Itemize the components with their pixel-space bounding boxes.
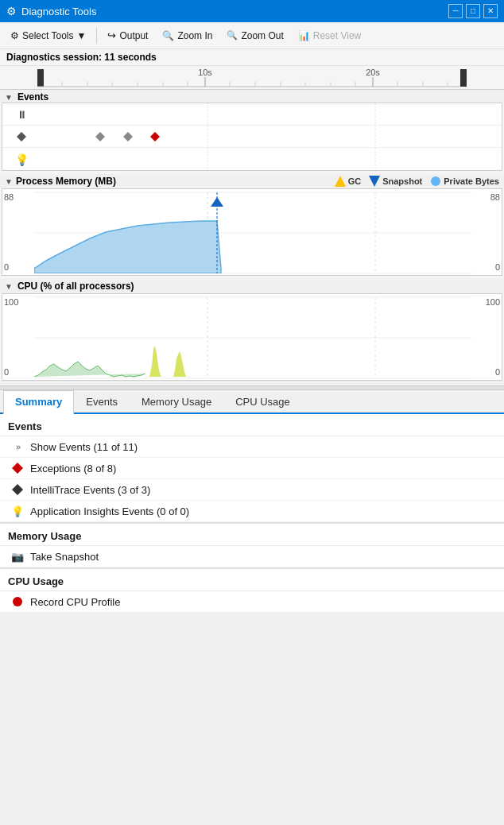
memory-chart: 88 0 88 0 [2,188,502,276]
svg-marker-28 [150,132,160,141]
snapshot-icon [369,176,380,187]
take-snapshot-label: Take Snapshot [30,551,99,563]
title-bar-left: ⚙ Diagnostic Tools [6,5,96,17]
minimize-button[interactable]: ─ [448,4,463,18]
diamond-row-svg [2,126,502,148]
session-info: Diagnostics session: 11 seconds [0,49,504,66]
record-icon [11,595,24,608]
event-row-lightbulb: 💡 [2,148,502,170]
exceptions-item[interactable]: Exceptions (8 of 8) [0,458,504,479]
gc-label: GC [348,176,362,186]
summary-events-title: Events [0,414,504,436]
tab-cpu-label: CPU Usage [235,396,290,408]
events-section-header: ▼ Events [0,90,504,103]
cpu-y-min-right: 0 [471,367,500,377]
event-row-pause: ⏸ [2,103,502,126]
toolbar-separator-1 [96,28,97,44]
tab-memory-label: Memory Usage [142,396,211,408]
close-button[interactable]: ✕ [483,4,498,18]
private-bytes-label: Private Bytes [444,176,499,186]
select-tools-button[interactable]: ⚙ Select Tools ▼ [5,28,91,44]
cpu-y-left: 100 0 [4,297,33,377]
intellitrace-label: IntelliTrace Events (3 of 3) [30,484,150,496]
zoom-out-button[interactable]: 🔍 Zoom Out [221,28,289,44]
output-label: Output [119,30,148,41]
title-bar-title: Diagnostic Tools [21,6,96,17]
gc-icon [335,176,346,187]
svg-text:20s: 20s [366,68,380,77]
summary-cpu-title: CPU Usage [0,567,504,591]
svg-point-36 [431,176,440,186]
tab-summary-label: Summary [15,396,62,408]
memory-y-max-right: 88 [471,192,500,202]
cpu-section: ▼ CPU (% of all processors) 100 0 100 0 [0,279,504,381]
memory-y-max-left: 88 [4,192,33,202]
gear-icon: ⚙ [10,30,19,41]
show-events-label: Show Events (11 of 11) [30,441,138,453]
svg-text:💡: 💡 [15,153,29,167]
cpu-y-right: 100 0 [471,297,500,377]
event-row-diamond [2,126,502,148]
reset-icon: 📊 [298,30,310,41]
appinsights-icon: 💡 [11,505,24,517]
svg-marker-35 [369,176,380,187]
dropdown-arrow-icon: ▼ [76,30,86,41]
select-tools-label: Select Tools [22,30,73,41]
tab-memory[interactable]: Memory Usage [130,390,223,412]
title-bar-controls: ─ □ ✕ [448,4,498,18]
maximize-button[interactable]: □ [466,4,480,18]
gc-legend: GC [335,176,362,187]
show-events-icon: » [11,440,24,453]
tabs-bar: Summary Events Memory Usage CPU Usage [0,390,504,414]
svg-marker-51 [12,463,23,474]
cpu-chart: 100 0 100 0 [2,293,502,381]
svg-marker-44 [211,197,223,207]
tab-events-label: Events [86,396,118,408]
private-bytes-legend: Private Bytes [430,176,499,187]
zoom-in-button[interactable]: 🔍 Zoom In [157,28,218,44]
private-bytes-icon [430,176,441,187]
title-bar: ⚙ Diagnostic Tools ─ □ ✕ [0,0,504,22]
zoom-in-icon: 🔍 [162,30,174,41]
intellitrace-diamond-icon [12,484,23,495]
ruler-svg: 10s 20s [0,66,504,90]
memory-chart-svg [2,189,502,277]
zoom-in-label: Zoom In [177,30,212,41]
intellitrace-item[interactable]: IntelliTrace Events (3 of 3) [0,479,504,501]
output-button[interactable]: ↪ Output [102,27,153,44]
cpu-y-max-left: 100 [4,297,33,307]
svg-marker-25 [17,132,26,141]
cpu-collapse-arrow[interactable]: ▼ [5,282,13,291]
record-circle-icon [12,596,23,607]
record-cpu-label: Record CPU Profile [30,596,120,608]
tab-cpu[interactable]: CPU Usage [223,390,302,412]
svg-text:⏸: ⏸ [17,109,27,121]
memory-section-header: ▼ Process Memory (MB) GC Snapshot Privat… [0,174,504,188]
timeline-ruler: 10s 20s [0,66,504,90]
zoom-out-label: Zoom Out [241,30,283,41]
events-collapse-arrow[interactable]: ▼ [5,93,13,102]
memory-section-left: ▼ Process Memory (MB) [5,176,116,187]
appinsights-item[interactable]: 💡 Application Insights Events (0 of 0) [0,501,504,522]
svg-marker-52 [12,484,23,495]
memory-collapse-arrow[interactable]: ▼ [5,177,13,186]
zoom-out-icon: 🔍 [227,30,238,41]
svg-rect-0 [37,69,44,87]
show-events-item[interactable]: » Show Events (11 of 11) [0,436,504,458]
cpu-y-min-left: 0 [4,367,33,377]
take-snapshot-item[interactable]: 📷 Take Snapshot [0,546,504,567]
reset-view-button[interactable]: 📊 Reset View [293,28,366,44]
summary-memory-title: Memory Usage [0,522,504,546]
svg-text:10s: 10s [198,68,212,77]
svg-marker-26 [95,132,105,141]
memory-legend: GC Snapshot Private Bytes [335,176,499,187]
record-cpu-item[interactable]: Record CPU Profile [0,591,504,613]
memory-y-min-right: 0 [471,262,500,272]
tab-events[interactable]: Events [74,390,130,412]
tab-summary[interactable]: Summary [3,390,74,414]
summary-content: Events » Show Events (11 of 11) Exceptio… [0,414,504,613]
snapshot-label: Snapshot [382,176,422,186]
snapshot-legend: Snapshot [369,176,422,187]
pause-row-svg: ⏸ [2,103,502,126]
lightbulb-row-svg: 💡 [2,148,502,170]
